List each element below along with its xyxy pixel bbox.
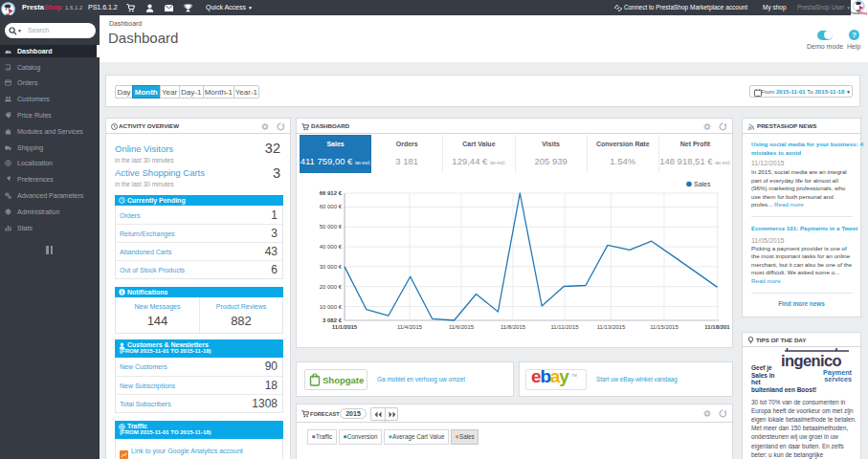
svg-text:20 000 €: 20 000 € <box>320 284 343 290</box>
svg-text:40 000 €: 40 000 € <box>320 244 343 250</box>
svg-text:11/4/2015: 11/4/2015 <box>397 324 423 330</box>
svg-text:Sales: Sales <box>694 181 711 187</box>
svg-text:3 082 €: 3 082 € <box>323 317 343 323</box>
svg-text:11/15/2015: 11/15/2015 <box>650 324 679 330</box>
svg-text:11/11/2015: 11/11/2015 <box>550 324 579 330</box>
svg-text:11/18/201: 11/18/201 <box>704 324 730 330</box>
svg-text:66 912 €: 66 912 € <box>320 190 343 196</box>
svg-text:10 000 €: 10 000 € <box>320 304 343 310</box>
svg-text:11/13/2015: 11/13/2015 <box>597 324 626 330</box>
svg-text:11/8/2015: 11/8/2015 <box>501 324 526 330</box>
svg-text:11/1/2015: 11/1/2015 <box>332 324 358 330</box>
svg-text:services: services <box>824 375 852 382</box>
svg-text:60 000 €: 60 000 € <box>320 204 343 209</box>
svg-text:30 000 €: 30 000 € <box>320 264 343 270</box>
svg-text:11/6/2015: 11/6/2015 <box>449 324 475 330</box>
svg-text:50 000 €: 50 000 € <box>320 224 343 230</box>
